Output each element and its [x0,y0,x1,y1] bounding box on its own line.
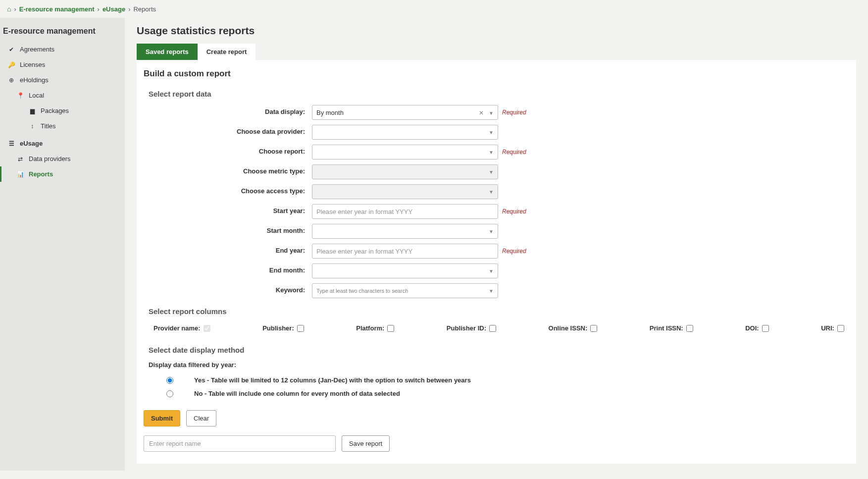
data-providers-icon: ⇄ [17,156,24,162]
radio-row-no[interactable]: No - Table will include one column for e… [149,387,849,400]
column-checkbox[interactable] [297,325,304,332]
clear-button[interactable]: Clear [186,410,216,426]
select-end-month[interactable]: ▼ [312,264,498,278]
sidebar-item-label: Agreements [20,46,54,53]
sidebar-item-data-providers[interactable]: ⇄Data providers [0,151,125,166]
chevron-down-icon: ▼ [489,150,494,155]
label-access-type: Choose access type: [144,184,312,195]
column-label: Provider name: [153,324,201,332]
main-content: Usage statistics reports Saved reports C… [125,18,868,471]
label-end-month: End month: [144,264,312,274]
packages-icon: ▆ [29,107,36,114]
column-uri[interactable]: URI: [821,324,844,332]
sidebar-item-packages[interactable]: ▆Packages [0,103,125,118]
section-date-display: Select date display method [149,346,849,354]
input-report-name[interactable] [144,435,336,452]
select-start-month[interactable]: ▼ [312,224,498,239]
column-label: URI: [821,324,834,332]
section-report-columns: Select report columns [149,307,849,316]
sidebar-item-label: Data providers [29,155,71,162]
radio-yes-label: Yes - Table will be limited to 12 column… [194,376,471,384]
required-label: Required [502,105,526,116]
columns-row: Provider name:Publisher:Platform:Publish… [144,322,849,337]
column-label: Print ISSN: [650,324,683,332]
input-end-year-wrap [312,244,498,259]
breadcrumb-sep: › [98,5,100,13]
breadcrumb: ⌂ › E-resource management › eUsage › Rep… [0,0,868,18]
radio-yes[interactable] [166,377,173,384]
chevron-down-icon: ▼ [489,189,494,195]
chevron-down-icon: ▼ [489,268,494,274]
column-label: Online ISSN: [549,324,588,332]
column-provider-name[interactable]: Provider name: [153,324,210,332]
column-print-issn[interactable]: Print ISSN: [650,324,693,332]
column-checkbox[interactable] [837,325,844,332]
sidebar-item-titles[interactable]: ↕Titles [0,118,125,134]
breadcrumb-link-eusage[interactable]: eUsage [102,5,125,13]
column-checkbox[interactable] [762,325,769,332]
input-start-year-wrap [312,204,498,219]
radio-row-yes[interactable]: Yes - Table will be limited to 12 column… [149,373,849,387]
column-checkbox[interactable] [686,325,693,332]
submit-button[interactable]: Submit [144,410,180,426]
chevron-down-icon: ▼ [489,169,494,175]
chevron-down-icon: ▼ [489,110,494,116]
label-end-year: End year: [144,244,312,254]
sidebar-item-local[interactable]: 📍Local [0,88,125,103]
breadcrumb-sep: › [128,5,130,13]
sidebar-item-agreements[interactable]: ✔Agreements [0,42,125,57]
column-publisher[interactable]: Publisher: [262,324,304,332]
label-data-display: Data display: [144,105,312,115]
home-icon[interactable]: ⌂ [7,5,11,13]
tab-saved-reports[interactable]: Saved reports [137,44,198,60]
label-keyword: Keyword: [144,283,312,294]
column-checkbox[interactable] [387,325,394,332]
column-checkbox[interactable] [489,325,496,332]
sidebar-item-licenses[interactable]: 🔑Licenses [0,57,125,72]
input-end-year[interactable] [316,248,494,255]
sidebar-item-label: Licenses [20,61,45,68]
label-start-month: Start month: [144,224,312,234]
tab-create-report[interactable]: Create report [198,44,256,60]
label-metric-type: Choose metric type: [144,164,312,175]
save-report-button[interactable]: Save report [342,435,390,452]
breadcrumb-link-erm[interactable]: E-resource management [19,5,95,13]
select-data-display[interactable]: By month ✕ ▼ [312,105,498,120]
label-start-year: Start year: [144,204,312,214]
sidebar-title: E-resource management [0,18,125,42]
agreements-icon: ✔ [8,46,15,53]
column-label: Publisher ID: [447,324,486,332]
sidebar-item-label: Packages [41,107,69,114]
sidebar-item-label: Titles [41,122,56,130]
breadcrumb-current: Reports [133,5,156,13]
sidebar-item-label: Local [29,92,44,99]
label-report: Choose report: [144,145,312,155]
licenses-icon: 🔑 [8,61,15,68]
column-checkbox [204,325,210,332]
radio-no[interactable] [166,390,173,397]
input-start-year[interactable] [316,208,494,215]
chevron-down-icon: ▼ [489,288,494,294]
date-display-subhead: Display data filtered by year: [149,361,849,369]
column-label: Publisher: [262,324,294,332]
sidebar-item-reports[interactable]: 📊Reports [0,166,125,182]
column-online-issn[interactable]: Online ISSN: [549,324,598,332]
required-label: Required [502,145,526,156]
label-data-provider: Choose data provider: [144,125,312,135]
select-keyword[interactable]: Type at least two characters to search ▼ [312,283,498,298]
titles-icon: ↕ [29,123,36,130]
column-publisher-id[interactable]: Publisher ID: [447,324,496,332]
required-label: Required [502,244,526,255]
sidebar-item-eholdings[interactable]: ⊕eHoldings [0,72,125,88]
column-doi[interactable]: DOI: [745,324,768,332]
sidebar-item-eusage[interactable]: ☰eUsage [0,134,125,151]
column-checkbox[interactable] [590,325,597,332]
select-report[interactable]: ▼ [312,145,498,160]
select-value: By month [316,109,344,116]
column-label: DOI: [745,324,759,332]
select-metric-type: ▼ [312,164,498,179]
eusage-icon: ☰ [8,140,15,147]
column-platform[interactable]: Platform: [356,324,394,332]
select-data-provider[interactable]: ▼ [312,125,498,140]
clear-icon[interactable]: ✕ [479,109,484,116]
